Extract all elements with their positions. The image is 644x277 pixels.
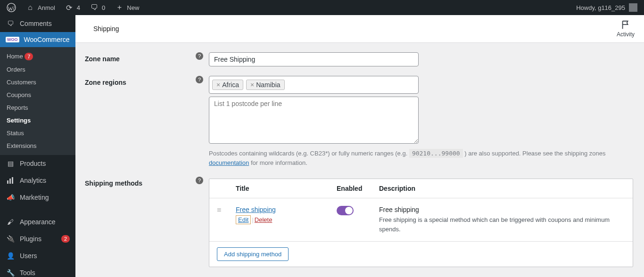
region-tag[interactable]: ×Namibia	[246, 80, 285, 90]
sidebar-item-tools[interactable]: 🔧 Tools	[0, 264, 75, 277]
drag-handle-icon[interactable]: ≡	[217, 206, 221, 214]
sidebar-subitem-coupons[interactable]: Coupons	[0, 89, 75, 101]
col-header-enabled: Enabled	[337, 185, 379, 192]
enabled-toggle[interactable]	[337, 206, 354, 215]
comment-icon: 🗨	[6, 19, 15, 28]
postcode-textarea[interactable]	[209, 97, 419, 144]
sidebar-subitem-orders[interactable]: Orders	[0, 63, 75, 76]
method-title-link[interactable]: Free shipping	[236, 206, 337, 213]
sidebar-subitem-customers[interactable]: Customers	[0, 76, 75, 89]
zone-regions-input[interactable]: ×Africa ×Namibia	[209, 76, 419, 94]
home-icon: ⌂	[25, 3, 35, 12]
products-icon: ▤	[6, 159, 15, 168]
help-icon[interactable]: ?	[196, 76, 203, 83]
tools-icon: 🔧	[6, 268, 15, 277]
appearance-icon: 🖌	[6, 217, 15, 227]
method-desc-title: Free shipping	[379, 206, 625, 213]
comments-link[interactable]: 🗨0	[87, 3, 108, 12]
wp-logo[interactable]	[4, 3, 19, 12]
edit-method-link[interactable]: Edit	[236, 215, 251, 224]
sidebar-subitem-status[interactable]: Status	[0, 127, 75, 139]
sidebar-item-comments[interactable]: 🗨 Comments	[0, 15, 75, 32]
sidebar-subitem-settings[interactable]: Settings	[0, 114, 75, 127]
comment-icon: 🗨	[90, 3, 99, 12]
help-icon[interactable]: ?	[196, 177, 203, 184]
shipping-method-row: ≡ Free shipping Edit|Delete Free shippin…	[209, 198, 633, 242]
avatar	[629, 3, 637, 12]
sidebar-subitem-extensions[interactable]: Extensions	[0, 139, 75, 152]
content-header: Shipping Activity	[75, 15, 644, 43]
sidebar-item-users[interactable]: 👤 Users	[0, 247, 75, 264]
region-tag[interactable]: ×Africa	[212, 80, 243, 90]
zone-name-label: Zone name	[85, 55, 196, 63]
plugins-icon: 🔌	[6, 234, 15, 244]
documentation-link[interactable]: documentation	[209, 159, 249, 166]
page-title: Shipping	[93, 25, 119, 33]
sidebar-subitem-home[interactable]: Home 7	[0, 50, 75, 63]
postcode-help-text: Postcodes containing wildcards (e.g. CB2…	[209, 149, 633, 167]
zone-regions-label: Zone regions	[85, 79, 196, 86]
delete-method-link[interactable]: Delete	[255, 216, 272, 223]
admin-bar: ⌂Anmol ⟳4 🗨0 +New Howdy, g116_295	[0, 0, 644, 15]
flag-icon	[620, 20, 631, 30]
marketing-icon: 📣	[6, 193, 15, 202]
content-area: Shipping Activity Zone name ? Zone regio…	[75, 15, 644, 277]
col-header-title: Title	[236, 185, 337, 192]
sidebar-item-plugins[interactable]: 🔌 Plugins 2	[0, 230, 75, 247]
site-name-link[interactable]: ⌂Anmol	[23, 3, 58, 12]
howdy-account[interactable]: Howdy, g116_295	[573, 3, 640, 12]
admin-sidebar: 🗨 Comments WOO WooCommerce Home 7 Orders…	[0, 15, 75, 277]
updates-icon: ⟳	[65, 3, 74, 12]
col-header-description: Description	[379, 185, 625, 192]
sidebar-submenu-woocommerce: Home 7 Orders Customers Coupons Reports …	[0, 47, 75, 155]
activity-button[interactable]: Activity	[617, 20, 635, 38]
help-icon[interactable]: ?	[196, 52, 203, 60]
svg-rect-3	[12, 177, 13, 184]
new-link[interactable]: +New	[112, 3, 142, 12]
svg-rect-2	[9, 179, 11, 184]
woo-icon: WOO	[6, 37, 19, 42]
shipping-methods-label: Shipping methods	[85, 179, 196, 187]
analytics-icon	[6, 176, 15, 185]
zone-name-input[interactable]	[209, 52, 419, 66]
plus-icon: +	[115, 3, 124, 12]
method-desc-text: Free shipping is a special method which …	[379, 216, 610, 233]
users-icon: 👤	[6, 251, 15, 261]
updates-link[interactable]: ⟳4	[62, 3, 83, 12]
sidebar-item-appearance[interactable]: 🖌 Appearance	[0, 213, 75, 230]
sidebar-item-products[interactable]: ▤ Products	[0, 155, 75, 172]
sidebar-subitem-reports[interactable]: Reports	[0, 101, 75, 114]
remove-tag-icon[interactable]: ×	[250, 81, 254, 89]
add-shipping-method-button[interactable]: Add shipping method	[217, 247, 289, 261]
home-badge: 7	[25, 53, 33, 60]
sidebar-item-analytics[interactable]: Analytics	[0, 172, 75, 189]
plugins-badge: 2	[61, 235, 70, 243]
sidebar-item-woocommerce[interactable]: WOO WooCommerce	[0, 32, 75, 47]
shipping-methods-table: Title Enabled Description ≡ Free shippin…	[209, 179, 633, 267]
sidebar-item-marketing[interactable]: 📣 Marketing	[0, 189, 75, 206]
svg-rect-1	[7, 180, 8, 184]
remove-tag-icon[interactable]: ×	[216, 81, 220, 89]
